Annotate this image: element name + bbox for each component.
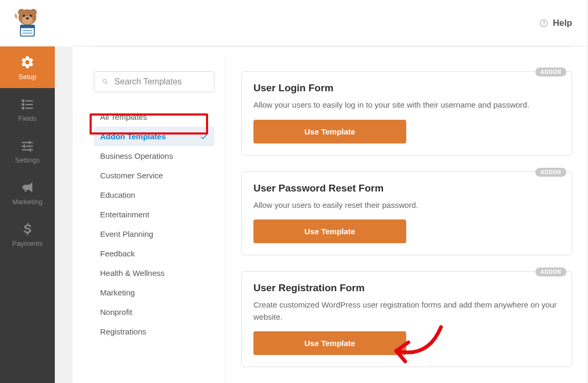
addon-badge: ADDON — [535, 267, 566, 276]
template-title: User Password Reset Form — [253, 183, 560, 194]
use-template-button[interactable]: Use Template — [253, 331, 406, 355]
bullhorn-icon — [20, 180, 35, 195]
search-templates[interactable] — [94, 71, 214, 92]
svg-point-6 — [26, 17, 29, 20]
help-button[interactable]: Help — [539, 18, 572, 28]
template-card-user-registration: ADDON User Registration Form Create cust… — [241, 271, 572, 367]
category-marketing[interactable]: Marketing — [94, 283, 214, 302]
category-list: All Templates Addon Templates Business O… — [94, 107, 214, 341]
search-icon — [102, 78, 109, 86]
category-customer-service[interactable]: Customer Service — [94, 166, 214, 185]
addon-badge: ADDON — [535, 68, 566, 76]
template-list: ADDON User Login Form Allow your users t… — [226, 58, 588, 383]
addon-badge: ADDON — [535, 168, 566, 177]
category-panel: All Templates Addon Templates Business O… — [73, 58, 226, 383]
nav-marketing-label: Marketing — [12, 198, 42, 206]
nav-settings[interactable]: Settings — [0, 130, 55, 171]
scrollbar-track[interactable] — [55, 0, 73, 383]
nav-marketing[interactable]: Marketing — [0, 171, 55, 213]
nav-payments[interactable]: Payments — [0, 213, 55, 255]
svg-rect-8 — [21, 25, 34, 28]
top-header: Help — [73, 0, 588, 46]
gear-icon — [20, 55, 35, 70]
template-title: User Login Form — [253, 82, 560, 94]
list-icon — [20, 97, 35, 111]
main-content: Help All Templates Addon Templates Busin… — [73, 0, 588, 383]
category-addon-templates[interactable]: Addon Templates — [94, 127, 214, 146]
category-education[interactable]: Education — [94, 185, 214, 205]
nav-fields-label: Fields — [18, 114, 37, 122]
logo-area — [0, 0, 55, 46]
category-business-operations[interactable]: Business Operations — [94, 146, 214, 166]
category-registrations[interactable]: Registrations — [94, 322, 214, 341]
dollar-icon — [20, 222, 35, 236]
template-description: Allow your users to easily log in to you… — [253, 99, 560, 111]
template-card-password-reset: ADDON User Password Reset Form Allow you… — [241, 171, 572, 256]
sliders-icon — [20, 138, 35, 153]
template-description: Allow your users to easily reset their p… — [253, 199, 560, 212]
nav-setup[interactable]: Setup — [0, 46, 55, 88]
category-entertainment[interactable]: Entertainment — [94, 205, 214, 224]
nav-payments-label: Payments — [12, 240, 43, 247]
template-title: User Registration Form — [253, 282, 560, 294]
nav-settings-label: Settings — [15, 156, 40, 164]
svg-point-3 — [22, 16, 33, 25]
svg-point-5 — [30, 15, 32, 17]
help-label: Help — [553, 18, 572, 28]
template-description: Create customized WordPress user registr… — [253, 299, 560, 323]
search-input[interactable] — [114, 77, 207, 87]
category-feedback[interactable]: Feedback — [94, 244, 214, 263]
svg-point-4 — [23, 15, 25, 17]
check-icon — [200, 132, 208, 141]
nav-fields[interactable]: Fields — [0, 88, 55, 130]
template-card-user-login: ADDON User Login Form Allow your users t… — [241, 71, 572, 156]
use-template-button[interactable]: Use Template — [253, 120, 406, 143]
category-health-wellness[interactable]: Health & Wellness — [94, 263, 214, 283]
nav-setup-label: Setup — [18, 73, 36, 81]
category-nonprofit[interactable]: Nonprofit — [94, 302, 214, 322]
help-icon — [539, 18, 548, 28]
category-all-templates[interactable]: All Templates — [94, 107, 214, 127]
sidebar-nav: Setup Fields Settings Marketing Payments — [0, 0, 55, 383]
use-template-button[interactable]: Use Template — [253, 219, 406, 243]
wpforms-logo-icon — [12, 7, 43, 39]
category-event-planning[interactable]: Event Planning — [94, 224, 214, 244]
